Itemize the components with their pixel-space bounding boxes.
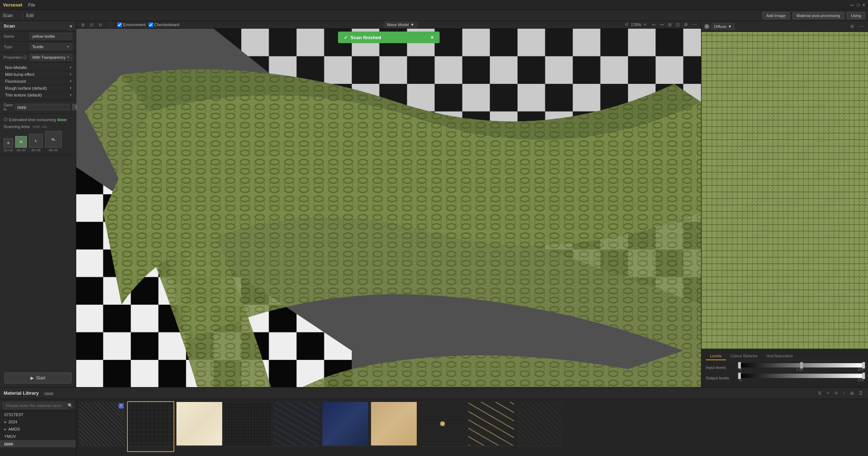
right-panel-settings[interactable]: ⚙ <box>849 23 856 30</box>
tree-item-pppp-label: pppp <box>4 441 13 446</box>
material-item-1[interactable] <box>127 401 174 452</box>
scanning-header: ⓘ Estimated time consuming 6min <box>4 117 72 122</box>
input-levels-label: Input levels <box>706 365 737 370</box>
material-item-2[interactable] <box>176 401 223 452</box>
diffuse-dropdown[interactable]: Diffuse ▼ <box>712 23 734 30</box>
reset-view-btn[interactable]: ↺ <box>623 21 630 28</box>
refresh-btn[interactable]: ↺ <box>833 390 839 397</box>
tree-item-0731test[interactable]: 0731TEST <box>0 411 76 418</box>
material-thumb-3 <box>225 402 271 445</box>
material-name-7 <box>420 445 465 447</box>
right-panel: D Diffuse ▼ ⚙ ⋯ Levels Colour Balance Hu… <box>701 21 868 387</box>
material-item-3[interactable] <box>224 401 272 452</box>
material-item-6[interactable] <box>370 401 417 452</box>
type-dropdown[interactable]: Textile ▼ <box>30 44 72 50</box>
size-s-box[interactable]: S <box>4 138 13 148</box>
size-m-dims: 30×30 <box>16 148 25 152</box>
search-button[interactable]: 🔍 <box>68 403 73 408</box>
size-l-dims: 38×38 <box>31 148 40 152</box>
material-item-7[interactable] <box>419 401 466 452</box>
name-value: yellow textile <box>30 33 72 40</box>
input-levels-track[interactable] <box>739 363 864 367</box>
environment-check-input[interactable] <box>117 22 122 27</box>
menu-file[interactable]: File <box>28 3 35 8</box>
fit-btn[interactable]: ⊞ <box>667 21 673 28</box>
undo-btn[interactable]: ↩ <box>651 21 657 28</box>
scan-notification-close[interactable]: × <box>431 34 433 40</box>
checkerboard-check-input[interactable] <box>148 22 153 27</box>
material-name-8 <box>468 445 514 447</box>
prop-rough-surface[interactable]: Rough surface (default) ▼ <box>0 85 76 92</box>
input-levels-max-handle[interactable] <box>862 362 865 369</box>
tab-levels[interactable]: Levels <box>706 352 726 360</box>
redo-btn[interactable]: ↪ <box>659 21 665 28</box>
settings-btn[interactable]: ⚙ <box>682 21 689 28</box>
size-m[interactable]: M 30×30 <box>15 136 27 152</box>
size-l-box[interactable]: L <box>29 134 43 148</box>
material-search-input[interactable] <box>3 402 68 409</box>
tree-item-ymuv[interactable]: YMUV <box>0 433 76 440</box>
output-levels-max-handle[interactable] <box>862 373 865 379</box>
close-btn[interactable]: × <box>863 3 865 8</box>
output-levels-track[interactable] <box>739 374 864 378</box>
tab-colour-balance[interactable]: Colour Balance <box>726 352 762 360</box>
prop-mild-bump[interactable]: Mild bump effect ▼ <box>0 71 76 78</box>
properties-info-icon: ⓘ <box>23 55 27 59</box>
wave-model-select[interactable]: Wave Model ▼ <box>384 21 418 28</box>
start-button[interactable]: ▶ Start <box>4 373 72 383</box>
tree-item-amds[interactable]: ▶ AMDS <box>0 426 76 433</box>
environment-checkbox[interactable]: Environment <box>117 22 146 27</box>
crop-btn[interactable]: ⊡ <box>675 21 681 28</box>
edit-section-label: Edit <box>26 13 34 18</box>
minimize-btn[interactable]: — <box>850 3 854 8</box>
viewport-canvas <box>76 29 701 387</box>
material-item-0[interactable]: T <box>78 401 126 452</box>
collection-name: pppp <box>45 391 53 395</box>
right-panel-more[interactable]: ⋯ <box>858 23 865 30</box>
tree-item-2024[interactable]: ▶ 2024 <box>0 418 76 426</box>
scanning-time: 6min <box>57 118 67 122</box>
material-item-8[interactable] <box>468 401 515 452</box>
size-l[interactable]: L 38×38 <box>29 134 43 152</box>
input-levels-mid-handle[interactable] <box>800 362 803 369</box>
properties-dropdown[interactable]: With Transparency ▼ <box>30 54 72 61</box>
zoom-in-btn[interactable]: + <box>642 21 648 28</box>
prop-non-metallic[interactable]: Non-Metallic ▼ <box>0 64 76 71</box>
using-button[interactable]: Using <box>847 12 865 19</box>
material-item-5[interactable] <box>322 401 369 452</box>
output-levels-min-handle[interactable] <box>738 373 741 379</box>
size-xl-box[interactable]: XL <box>45 131 62 148</box>
tree-item-pppp[interactable]: pppp <box>0 440 76 447</box>
maximize-btn[interactable]: □ <box>857 3 860 8</box>
add-image-button[interactable]: Add Image <box>762 12 790 19</box>
prop-fluorescent[interactable]: Fluorescent ▼ <box>0 78 76 85</box>
material-item-9[interactable] <box>516 401 563 452</box>
save-in-section: Save in Browse <box>0 100 76 114</box>
material-thumb-7 <box>420 402 465 445</box>
prop-thin-texture[interactable]: Thin texture (default) ▼ <box>0 92 76 99</box>
post-processing-button[interactable]: Material post-processing <box>792 12 844 19</box>
input-levels-min-handle[interactable] <box>738 362 741 369</box>
size-m-box[interactable]: M <box>15 136 27 148</box>
add-btn[interactable]: + <box>825 390 831 397</box>
material-name-2 <box>176 445 222 447</box>
grid-view-btn[interactable]: ⊞ <box>849 390 855 397</box>
upload-btn[interactable]: ↑ <box>841 390 847 397</box>
sort-btn[interactable]: ⇅ <box>816 390 823 397</box>
list-view-btn[interactable]: ☰ <box>857 390 864 397</box>
more-btn[interactable]: ⋯ <box>691 21 698 28</box>
size-xl[interactable]: XL 46×46 <box>45 131 62 152</box>
save-in-input[interactable] <box>15 104 70 110</box>
checkerboard-checkbox[interactable]: Checkerboard <box>148 22 179 27</box>
tab-hue-saturation[interactable]: Hue/Saturation <box>762 352 797 360</box>
save-in-row: Save in Browse <box>4 103 72 111</box>
viewport-icon-1[interactable]: ⊞ <box>79 21 86 28</box>
scanning-label: Scanning Area <box>4 124 30 129</box>
viewport-icon-2[interactable]: ⊡ <box>88 21 95 28</box>
size-s[interactable]: S 22×22 <box>4 138 13 152</box>
viewport-icon-3[interactable]: ⊟ <box>97 21 104 28</box>
scan-message: Scan finished <box>351 35 382 40</box>
material-item-4[interactable] <box>273 401 320 452</box>
viewport-main[interactable]: ✓ Scan finished × <box>76 29 701 387</box>
sidebar-collapse-icon[interactable]: » <box>70 23 72 29</box>
